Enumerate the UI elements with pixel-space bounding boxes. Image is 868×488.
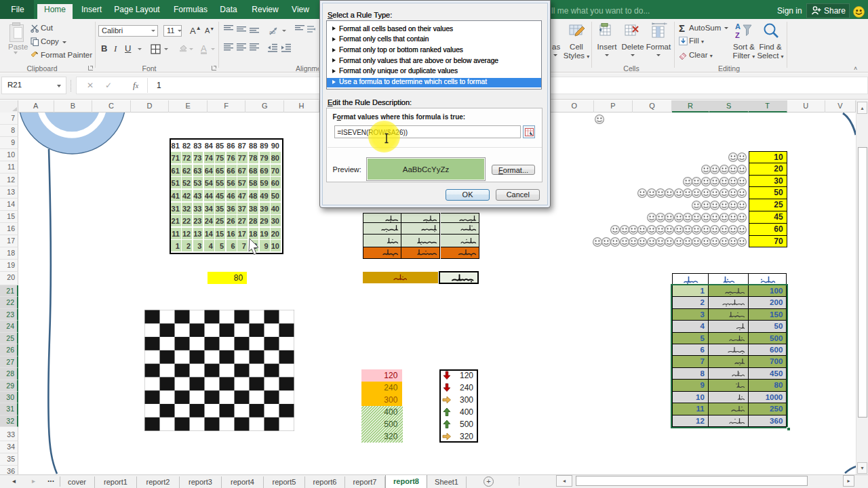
- svg-text:ab: ab: [269, 29, 275, 35]
- svg-text:A: A: [735, 22, 741, 30]
- svg-text:Z: Z: [735, 31, 740, 39]
